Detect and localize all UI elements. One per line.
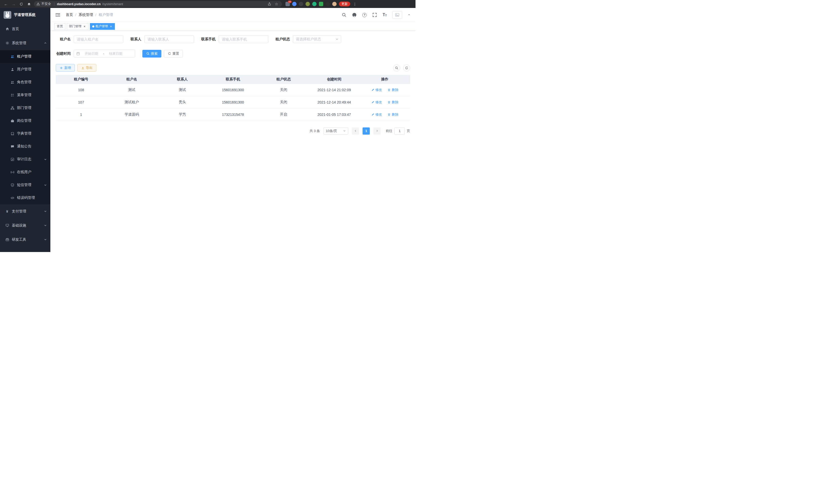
sidebar-item-payment[interactable]: ¥ 支付管理 [0, 204, 50, 218]
refresh-button[interactable] [403, 64, 410, 71]
tenant-table: 租户编号 租户名 联系人 联系手机 租户状态 创建时间 操作 108 测试 测试 [56, 75, 410, 121]
browser-reload-icon[interactable] [19, 1, 24, 7]
prev-page-button[interactable] [352, 127, 359, 135]
cell-phone: 17321315478 [208, 109, 258, 121]
chevron-down-icon [44, 238, 47, 241]
sidebar-fold-icon[interactable] [56, 12, 60, 17]
chevron-down-icon [44, 184, 47, 186]
page-number-1[interactable]: 1 [363, 127, 370, 135]
status-select[interactable]: 请选择租户状态 [293, 35, 341, 43]
tab-home[interactable]: 首页 [55, 23, 65, 30]
sidebar-item-label: 在线用户 [17, 170, 47, 174]
button-label: 删除 [392, 112, 398, 117]
extension-icon-1[interactable]: 10 [285, 2, 290, 6]
extension-icon-5[interactable] [312, 2, 317, 6]
browser-menu-icon[interactable]: ⋮ [352, 2, 357, 6]
sidebar-item-label: 字典管理 [17, 131, 47, 136]
breadcrumb-separator: / [75, 13, 76, 17]
tenant-name-input[interactable] [74, 35, 123, 43]
tab-tenant[interactable]: 租户管理 [90, 23, 115, 30]
breadcrumb-system[interactable]: 系统管理 [79, 12, 93, 17]
sidebar-item-notice[interactable]: 通知公告 [0, 140, 50, 153]
sidebar-item-post[interactable]: 岗位管理 [0, 114, 50, 127]
sidebar-item-online-users[interactable]: 在线用户 [0, 166, 50, 179]
button-label: 删除 [392, 100, 398, 105]
extension-icon-4[interactable] [306, 2, 310, 6]
contact-input[interactable] [144, 35, 194, 43]
cell-created: 2021-12-14 20:49:44 [309, 96, 360, 109]
github-icon[interactable] [352, 12, 357, 17]
search-toggle-button[interactable] [393, 64, 400, 71]
sidebar-item-devtools[interactable]: 研发工具 [0, 233, 50, 246]
notice-icon [10, 144, 15, 148]
tab-label: 租户管理 [95, 24, 108, 29]
delete-button[interactable]: 删除 [388, 88, 398, 92]
browser-forward-icon[interactable]: → [11, 1, 17, 7]
sidebar-item-role[interactable]: 角色管理 [0, 76, 50, 89]
cell-status: 关闭 [258, 84, 309, 96]
goto-page-input[interactable] [395, 127, 405, 135]
extension-icon-6[interactable] [319, 2, 323, 6]
sidebar-item-infra[interactable]: 基础设施 [0, 218, 50, 233]
edit-button[interactable]: 修改 [371, 88, 382, 92]
page-size-select[interactable]: 10条/页 [323, 127, 348, 135]
sidebar-item-user[interactable]: 用户管理 [0, 63, 50, 76]
fullscreen-icon[interactable] [372, 12, 377, 17]
button-label: 修改 [375, 88, 382, 92]
breadcrumb-home[interactable]: 首页 [66, 12, 73, 17]
export-button[interactable]: 导出 [77, 64, 96, 72]
sidebar-item-dept[interactable]: 部门管理 [0, 101, 50, 114]
cell-status: 开启 [258, 109, 309, 121]
font-size-icon[interactable]: TT [382, 13, 387, 17]
date-range-picker[interactable]: - [74, 50, 135, 58]
tab-dept[interactable]: 部门管理 [67, 23, 88, 30]
user-avatar[interactable] [392, 11, 402, 19]
extension-icon-3[interactable] [299, 2, 303, 6]
sidebar-item-errcode[interactable]: 错误码管理 [0, 191, 50, 204]
filter-contact: 联系人 [131, 35, 194, 43]
delete-button[interactable]: 删除 [388, 100, 398, 105]
edit-button[interactable]: 修改 [371, 112, 382, 117]
chrome-update-button[interactable]: 更新 [339, 2, 350, 6]
date-end-input[interactable] [106, 52, 126, 56]
sidebar-item-sms[interactable]: 短信管理 [0, 179, 50, 191]
sidebar-item-system[interactable]: 系统管理 [0, 36, 50, 50]
share-icon[interactable] [266, 1, 272, 7]
sidebar-item-dict[interactable]: 字典管理 [0, 127, 50, 140]
page-size-value: 10条/页 [326, 129, 337, 133]
security-label[interactable]: 不安全 [41, 2, 51, 6]
cell-name: 测试 [106, 84, 157, 96]
browser-home-icon[interactable] [26, 1, 32, 7]
date-start-input[interactable] [82, 52, 102, 56]
add-button[interactable]: 新增 [56, 64, 75, 72]
browser-profile-avatar[interactable] [332, 2, 337, 6]
chevron-down-icon [336, 38, 338, 40]
help-icon[interactable]: ? [362, 13, 367, 17]
search-icon[interactable] [342, 12, 346, 17]
address-bar[interactable]: 不安全 dashboard.yudao.iocoder.cn /system/t… [34, 1, 282, 7]
col-ops: 操作 [360, 75, 410, 84]
close-icon[interactable] [109, 25, 113, 28]
extension-icon-2[interactable] [292, 2, 296, 6]
search-button[interactable]: 搜索 [142, 50, 161, 58]
phone-input[interactable] [219, 35, 268, 43]
edit-button[interactable]: 修改 [371, 100, 382, 105]
button-label: 搜索 [151, 51, 157, 56]
caret-down-icon[interactable] [408, 13, 410, 16]
extension-icon-7[interactable] [325, 2, 330, 6]
sidebar-item-menu-mgmt[interactable]: 菜单管理 [0, 89, 50, 101]
next-page-button[interactable] [373, 127, 380, 135]
cell-name: 芋道源码 [106, 109, 157, 121]
security-warning-icon [36, 2, 40, 6]
close-icon[interactable] [83, 25, 86, 28]
sidebar-item-home[interactable]: 首页 [0, 22, 50, 36]
col-phone: 联系手机 [208, 75, 258, 84]
app-logo[interactable]: 芋道管理系统 [0, 8, 50, 22]
reset-button[interactable]: 重置 [164, 50, 183, 58]
browser-back-icon[interactable]: ← [3, 1, 9, 7]
sidebar-item-tenant[interactable]: 租户管理 [0, 50, 50, 63]
sidebar-item-audit-log[interactable]: 审计日志 [0, 153, 50, 166]
delete-button[interactable]: 删除 [388, 112, 398, 117]
home-icon [5, 27, 9, 31]
bookmark-star-icon[interactable]: ☆ [274, 1, 279, 7]
